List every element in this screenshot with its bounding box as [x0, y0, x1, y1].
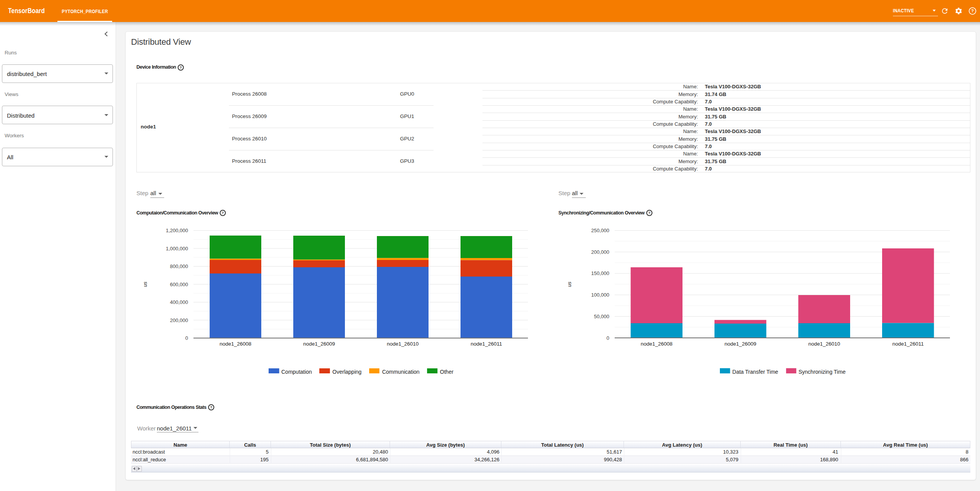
svg-text:Data Transfer Time: Data Transfer Time	[732, 369, 778, 375]
svg-text:Other: Other	[440, 369, 454, 375]
svg-text:150,000: 150,000	[591, 270, 609, 276]
svg-text:200,000: 200,000	[170, 317, 188, 323]
svg-text:node1_26008: node1_26008	[640, 341, 672, 347]
svg-text:50,000: 50,000	[594, 314, 609, 319]
svg-text:0: 0	[185, 335, 188, 341]
svg-text:Synchronizing Time: Synchronizing Time	[798, 369, 846, 375]
svg-text:node1_26010: node1_26010	[387, 341, 419, 347]
svg-text:node1_26011: node1_26011	[471, 341, 502, 347]
svg-text:node1_26011: node1_26011	[892, 341, 924, 347]
svg-text:200,000: 200,000	[591, 249, 609, 255]
svg-text:?: ?	[971, 8, 974, 13]
svg-text:1,200,000: 1,200,000	[166, 228, 188, 233]
svg-text:node1_26010: node1_26010	[808, 341, 840, 347]
svg-text:node1_26009: node1_26009	[724, 341, 756, 347]
svg-text:600,000: 600,000	[170, 282, 188, 287]
svg-text:node1_26008: node1_26008	[220, 341, 252, 347]
svg-text:0: 0	[607, 335, 609, 341]
svg-text:1,000,000: 1,000,000	[166, 246, 188, 251]
svg-text:Communication: Communication	[382, 369, 419, 375]
svg-text:100,000: 100,000	[591, 292, 609, 298]
svg-text:800,000: 800,000	[170, 263, 188, 269]
svg-text:250,000: 250,000	[591, 228, 609, 233]
svg-text:Overlapping: Overlapping	[333, 369, 362, 375]
svg-text:node1_26009: node1_26009	[303, 341, 335, 347]
svg-text:us: us	[142, 282, 148, 287]
svg-text:us: us	[566, 282, 572, 287]
svg-text:400,000: 400,000	[170, 299, 188, 305]
svg-text:Computation: Computation	[281, 369, 312, 375]
